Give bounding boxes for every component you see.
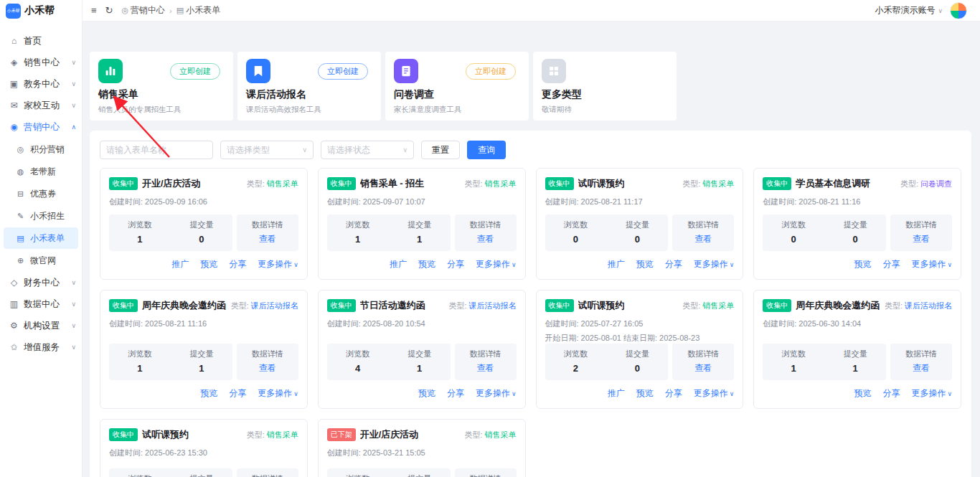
preview-link[interactable]: 预览 — [418, 387, 435, 400]
stats-box: 浏览数 0 提交量 0 — [763, 214, 886, 251]
view-link[interactable]: 查看 — [672, 233, 734, 245]
create-button[interactable]: 立即创建 — [466, 63, 516, 80]
form-title: 试听课预约 — [578, 177, 625, 190]
refresh-icon[interactable]: ↻ — [105, 5, 113, 16]
sidebar-subitem[interactable]: ◎ 积分营销 — [4, 138, 78, 160]
type-select[interactable]: 请选择类型 ∨ — [220, 141, 314, 159]
status-select[interactable]: 请选择状态 ∨ — [321, 141, 414, 159]
sidebar-item[interactable]: ✉ 家校互动 ∨ — [0, 95, 82, 116]
sidebar-item[interactable]: ▣ 教务中心 ∨ — [0, 73, 82, 95]
sidebar-subitem[interactable]: ⊕ 微官网 — [4, 250, 78, 271]
status-badge: 收集中 — [109, 177, 138, 190]
preview-link[interactable]: 预览 — [854, 258, 871, 270]
status-badge: 已下架 — [327, 428, 356, 441]
reset-button[interactable]: 重置 — [421, 141, 460, 159]
sidebar-nav: ⌂ 首页 ◈ 销售中心 ∨ ▣ 教务中心 ∨ ✉ 家校互动 ∨ ◉ 营销中心 ∧… — [0, 22, 82, 358]
more-actions-link[interactable]: 更多操作∨ — [476, 387, 517, 400]
sidebar-subitem-icon: ◎ — [15, 145, 26, 154]
sidebar-item[interactable]: ◉ 营销中心 ∧ — [0, 116, 82, 138]
page-content: 立即创建 销售采单 销售人员的专属招生工具 立即创建 课后活动报名 课后活动高效… — [83, 22, 980, 477]
more-actions-link[interactable]: 更多操作∨ — [694, 387, 735, 400]
template-row: 立即创建 销售采单 销售人员的专属招生工具 立即创建 课后活动报名 课后活动高效… — [90, 52, 971, 121]
more-actions-link[interactable]: 更多操作∨ — [911, 387, 952, 400]
detail-stat: 数据详情 查看 — [890, 214, 952, 251]
created-time: 创建时间: 2025-09-09 16:06 — [109, 197, 298, 207]
view-link[interactable]: 查看 — [237, 362, 298, 374]
share-link[interactable]: 分享 — [229, 387, 246, 400]
create-button[interactable]: 立即创建 — [170, 63, 220, 80]
sidebar-subitem-label: 老带新 — [30, 166, 56, 178]
view-link[interactable]: 查看 — [890, 362, 952, 374]
breadcrumb-item-marketing[interactable]: ◎ 营销中心 — [122, 4, 166, 16]
view-link[interactable]: 查看 — [890, 233, 952, 245]
share-link[interactable]: 分享 — [882, 387, 900, 400]
views-stat: 浏览数 1 — [327, 219, 389, 245]
view-link[interactable]: 查看 — [237, 233, 298, 245]
views-label: 浏览数 — [327, 219, 389, 230]
chevron-down-icon: ∨ — [730, 390, 735, 397]
status-badge: 收集中 — [545, 299, 574, 312]
view-link[interactable]: 查看 — [672, 362, 734, 374]
share-link[interactable]: 分享 — [665, 258, 682, 270]
template-title: 课后活动报名 — [246, 88, 372, 101]
sidebar-item[interactable]: ⚙ 机构设置 ∨ — [0, 315, 82, 336]
search-button[interactable]: 查询 — [467, 141, 506, 159]
type-value: 销售采单 — [702, 179, 734, 188]
chevron-icon: ∨ — [71, 301, 76, 308]
promote-link[interactable]: 推广 — [608, 258, 625, 270]
logo-icon: 小禾帮 — [6, 4, 21, 19]
views-label: 浏览数 — [109, 473, 171, 477]
share-link[interactable]: 分享 — [229, 258, 246, 270]
preview-link[interactable]: 预览 — [418, 258, 435, 270]
preview-link[interactable]: 预览 — [200, 258, 217, 270]
share-link[interactable]: 分享 — [882, 258, 900, 270]
view-link[interactable]: 查看 — [455, 233, 517, 245]
submissions-value: 1 — [824, 363, 886, 374]
type-select-placeholder: 请选择类型 — [227, 144, 270, 156]
sidebar-subitem[interactable]: ✎ 小禾招生 — [4, 205, 78, 227]
sidebar-item[interactable]: ✩ 增值服务 ∨ — [0, 336, 82, 358]
sidebar-subitem[interactable]: ◍ 老带新 — [4, 161, 78, 182]
form-stats: 浏览数 提交量 数据详情 — [109, 468, 298, 477]
chevron-down-icon: ∨ — [293, 390, 298, 397]
more-actions-link[interactable]: 更多操作∨ — [476, 258, 517, 270]
submissions-label: 提交量 — [606, 349, 668, 359]
sidebar-item[interactable]: ⌂ 首页 — [0, 30, 82, 52]
sidebar-subitem-label: 微官网 — [30, 255, 56, 267]
created-time: 创建时间: 2025-08-21 11:17 — [545, 197, 735, 207]
preview-link[interactable]: 预览 — [636, 387, 654, 400]
sidebar-item-label: 增值服务 — [24, 341, 60, 354]
form-name-input[interactable] — [100, 141, 213, 159]
create-button[interactable]: 立即创建 — [318, 63, 368, 80]
preview-link[interactable]: 预览 — [636, 258, 654, 270]
view-link[interactable]: 查看 — [455, 362, 517, 374]
sidebar-item[interactable]: ▥ 数据中心 ∨ — [0, 293, 82, 315]
share-link[interactable]: 分享 — [447, 387, 464, 400]
hamburger-icon[interactable]: ≡ — [91, 5, 97, 16]
more-actions-link[interactable]: 更多操作∨ — [694, 258, 735, 270]
more-actions-link[interactable]: 更多操作∨ — [911, 258, 952, 270]
sidebar-subitem[interactable]: ⊟ 优惠券 — [4, 183, 78, 204]
promote-link[interactable]: 推广 — [608, 387, 625, 400]
sidebar-subitem[interactable]: ▤ 小禾表单 — [4, 227, 78, 249]
preview-link[interactable]: 预览 — [854, 387, 871, 400]
promote-link[interactable]: 推广 — [390, 258, 407, 270]
promote-link[interactable]: 推广 — [171, 258, 189, 270]
detail-stat: 数据详情 查看 — [455, 214, 517, 251]
template-type-icon — [246, 59, 270, 83]
more-actions-link[interactable]: 更多操作∨ — [258, 387, 298, 400]
account-menu[interactable]: 小禾帮演示账号 ∨ — [875, 4, 943, 16]
sidebar-item[interactable]: ◈ 销售中心 ∨ — [0, 52, 82, 73]
form-card-header: 收集中 学员基本信息调研 类型: 问卷调查 — [763, 177, 952, 190]
sidebar-item[interactable]: ◇ 财务中心 ∨ — [0, 272, 82, 293]
share-link[interactable]: 分享 — [447, 258, 464, 270]
form-stats: 浏览数 0 提交量 0 数据详情 查看 — [545, 214, 735, 251]
more-actions-link[interactable]: 更多操作∨ — [258, 258, 298, 270]
submissions-value: 1 — [389, 363, 451, 374]
breadcrumb-separator-icon: › — [169, 6, 172, 15]
breadcrumb-item-forms[interactable]: ▤ 小禾表单 — [176, 4, 220, 16]
share-link[interactable]: 分享 — [665, 387, 682, 400]
preview-link[interactable]: 预览 — [200, 387, 217, 400]
avatar[interactable] — [950, 2, 967, 19]
submissions-value: 1 — [171, 363, 232, 374]
